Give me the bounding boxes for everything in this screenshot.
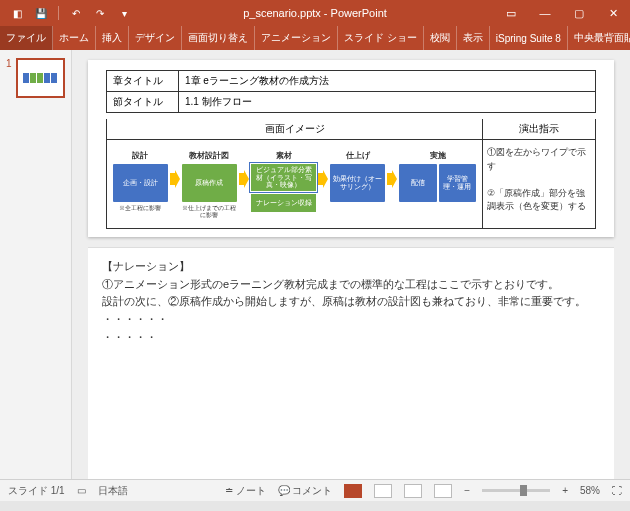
arrow-icon [387,170,397,188]
tab-custom[interactable]: 中央最背面貼り [568,26,630,50]
view-normal-button[interactable] [344,484,362,498]
tab-ispring[interactable]: iSpring Suite 8 [490,26,568,50]
view-reading-button[interactable] [404,484,422,498]
direction-header: 演出指示 [483,119,595,140]
slide-canvas[interactable]: 章タイトル1章 eラーニング教材の作成方法 節タイトル1.1 制作フロー 画面イ… [88,60,614,237]
view-slideshow-button[interactable] [434,484,452,498]
comments-button[interactable]: 💬 コメント [278,484,333,498]
close-button[interactable]: ✕ [596,0,630,26]
qat-dropdown[interactable]: ▾ [113,2,135,24]
box-narration: ナレーション収録 [251,194,317,212]
tab-transition[interactable]: 画面切り替え [182,26,255,50]
zoom-in-button[interactable]: + [562,485,568,496]
meta-section-v: 1.1 制作フロー [179,92,596,113]
status-accessibility-icon[interactable]: ▭ [77,485,86,496]
tab-slideshow[interactable]: スライド ショー [338,26,424,50]
meta-chapter-h: 章タイトル [107,71,179,92]
ribbon-options-button[interactable]: ▭ [494,0,528,26]
tab-animation[interactable]: アニメーション [255,26,338,50]
thumb-number: 1 [6,58,12,98]
box-draft: 原稿作成 [182,164,237,202]
maximize-button[interactable]: ▢ [562,0,596,26]
arrow-icon [239,170,249,188]
status-slide: スライド 1/1 [8,484,65,498]
box-authoring: 効果付け（オーサリング） [330,164,385,202]
powerpoint-icon: ◧ [6,2,28,24]
tab-review[interactable]: 校閲 [424,26,457,50]
direction-body: ①図を左からワイプで示す ②「原稿作成」部分を強調表示（色を変更）する [483,140,595,220]
view-sorter-button[interactable] [374,484,392,498]
svg-marker-2 [318,170,328,188]
box-lms: 学習管理・運用 [439,164,476,202]
redo-button[interactable]: ↷ [89,2,111,24]
tab-insert[interactable]: 挿入 [96,26,129,50]
zoom-out-button[interactable]: − [464,485,470,496]
box-delivery: 配信 [399,164,436,202]
status-lang[interactable]: 日本語 [98,484,128,498]
arrow-icon [170,170,180,188]
notes-button[interactable]: ≐ ノート [225,484,266,498]
window-title: p_scenario.pptx - PowerPoint [243,7,387,19]
slide-thumbnail-1[interactable] [16,58,65,98]
arrow-icon [318,170,328,188]
fit-to-window-button[interactable]: ⛶ [612,485,622,496]
tab-file[interactable]: ファイル [0,26,53,50]
box-plan: 企画・設計 [113,164,168,202]
box-visual: ビジュアル部分素材（イラスト・写真・映像） [251,164,317,191]
tab-view[interactable]: 表示 [457,26,490,50]
svg-marker-1 [239,170,249,188]
notes-pane[interactable]: 【ナレーション】 ①アニメーション形式のeラーニング教材完成までの標準的な工程は… [88,247,614,479]
meta-section-h: 節タイトル [107,92,179,113]
slide-thumbnails-pane: 1 [0,50,72,479]
tab-home[interactable]: ホーム [53,26,96,50]
zoom-level[interactable]: 58% [580,485,600,496]
save-button[interactable]: 💾 [30,2,52,24]
tab-design[interactable]: デザイン [129,26,182,50]
screen-image-header: 画面イメージ [107,119,482,140]
svg-marker-3 [387,170,397,188]
svg-marker-0 [170,170,180,188]
minimize-button[interactable]: — [528,0,562,26]
undo-button[interactable]: ↶ [65,2,87,24]
zoom-slider[interactable] [482,489,550,492]
meta-chapter-v: 1章 eラーニング教材の作成方法 [179,71,596,92]
